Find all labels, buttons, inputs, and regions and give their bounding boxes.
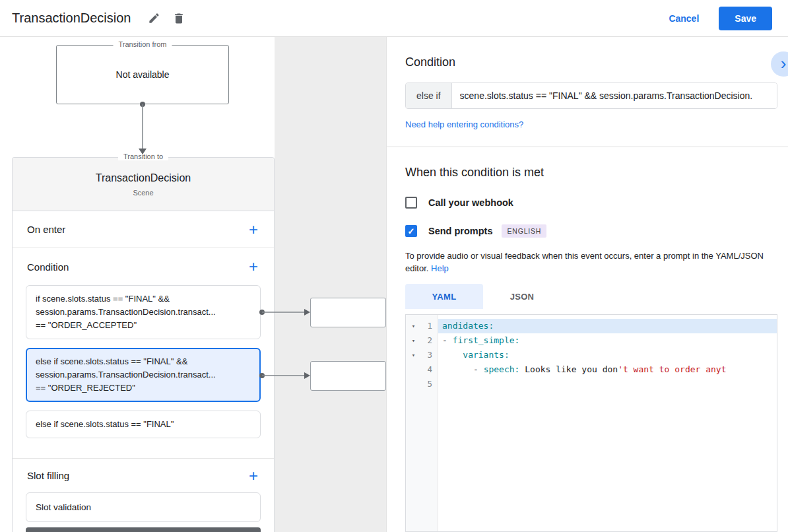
edit-title-button[interactable]: [141, 6, 166, 31]
chevron-right-icon: ›: [781, 55, 787, 72]
condition-text: if scene.slots.status == "FINAL" &&: [36, 292, 251, 306]
line-number: 5: [421, 377, 438, 391]
condition-card[interactable]: if scene.slots.status == "FINAL" &&sessi…: [26, 285, 261, 339]
slot-filling-label: Slot filling: [27, 470, 69, 481]
condition-type-chip: else if: [406, 83, 452, 108]
condition-list: if scene.slots.status == "FINAL" &&sessi…: [13, 285, 274, 458]
webhook-row: Call your webhook: [405, 197, 777, 209]
language-badge: ENGLISH: [502, 224, 546, 238]
add-on-enter-button[interactable]: +: [245, 222, 262, 238]
condition-expression-input[interactable]: [452, 83, 777, 108]
condition-text: == "ORDER_ACCEPTED": [36, 319, 251, 332]
section-divider: [387, 147, 788, 147]
fold-gutter: [406, 362, 421, 377]
on-enter-section: On enter +: [13, 211, 274, 248]
fold-arrow-icon[interactable]: ▾: [406, 319, 421, 333]
transition-target-node[interactable]: [310, 361, 386, 391]
tab-yaml[interactable]: YAML: [405, 284, 483, 309]
code-line: [438, 377, 777, 391]
line-number: 4: [421, 362, 438, 377]
condition-card[interactable]: else if scene.slots.status == "FINAL": [26, 411, 261, 438]
editor-line[interactable]: 4 - speech: Looks like you don't want to…: [406, 362, 777, 377]
scene-diagram-canvas: Transition from Not available Transition…: [0, 37, 386, 532]
editor-line[interactable]: 5: [406, 377, 777, 391]
condition-section: Condition +: [13, 248, 274, 285]
fold-arrow-icon[interactable]: ▾: [406, 348, 421, 362]
yaml-editor[interactable]: ▾1andidates:▾2- first_simple:▾3 variants…: [405, 314, 777, 532]
slot-filling-section: Slot filling +: [13, 458, 274, 492]
trash-icon: [172, 12, 185, 25]
condition-text: session.params.TransactionDecision.trans…: [36, 306, 251, 319]
save-button[interactable]: Save: [719, 7, 772, 30]
pencil-icon: [148, 12, 160, 24]
condition-text: else if scene.slots.status == "FINAL" &&: [36, 355, 251, 368]
transition-from-node: Transition from Not available: [56, 45, 229, 104]
slot-validation-card[interactable]: Slot validation: [26, 492, 261, 522]
slot-list: Slot validation: [13, 492, 274, 527]
cancel-button[interactable]: Cancel: [669, 13, 699, 24]
on-enter-label: On enter: [27, 224, 65, 235]
panel-title: Condition: [405, 55, 777, 69]
line-number: 2: [421, 333, 438, 348]
condition-editor-row: else if: [405, 83, 777, 109]
condition-text: else if scene.slots.status == "FINAL": [36, 418, 251, 431]
condition-text: == "ORDER_REJECTED": [36, 382, 251, 395]
scene-card: Transition to TransactionDecision Scene …: [12, 157, 275, 532]
editor-line[interactable]: ▾3 variants:: [406, 348, 777, 362]
scene-header[interactable]: TransactionDecision Scene: [13, 158, 274, 211]
check-icon: ✓: [408, 226, 415, 236]
condition-text: session.params.TransactionDecision.trans…: [36, 368, 251, 382]
scene-title: TransactionDecision: [96, 172, 191, 184]
condition-section-label: Condition: [27, 261, 69, 273]
transition-from-value: Not available: [116, 69, 170, 80]
collapse-panel-button[interactable]: ›: [771, 51, 788, 77]
line-number: 3: [421, 348, 438, 362]
top-bar: TransactionDecision Cancel Save: [0, 0, 788, 37]
add-slot-button[interactable]: +: [245, 468, 262, 484]
when-condition-title: When this condition is met: [405, 166, 777, 180]
condition-detail-panel: › Condition else if Need help entering c…: [386, 37, 788, 532]
editor-tabs: YAML JSON: [405, 284, 777, 309]
prompt-description: To provide audio or visual feedback when…: [405, 249, 775, 275]
editor-line[interactable]: ▾1andidates:: [406, 319, 777, 333]
call-webhook-checkbox[interactable]: [405, 197, 417, 209]
editor-line[interactable]: ▾2- first_simple:: [406, 333, 777, 348]
send-prompts-label: Send prompts: [428, 226, 492, 236]
send-prompts-row: ✓ Send prompts ENGLISH: [405, 224, 777, 238]
delete-scene-button[interactable]: [166, 6, 191, 31]
condition-help-link[interactable]: Need help entering conditions?: [405, 119, 777, 129]
code-line: - speech: Looks like you don't want to o…: [438, 362, 777, 377]
transition-target-node[interactable]: [310, 298, 386, 327]
code-line: - first_simple:: [438, 333, 777, 348]
add-condition-button[interactable]: +: [245, 259, 262, 275]
canvas-background: [275, 37, 386, 532]
line-number: 1: [421, 319, 438, 333]
scene-subtitle: Scene: [133, 189, 153, 197]
fold-gutter: [406, 377, 421, 391]
webhook-label: Call your webhook: [428, 197, 513, 208]
prompt-description-text: To provide audio or visual feedback when…: [405, 251, 764, 273]
next-card-edge: [26, 527, 261, 532]
code-line: variants:: [438, 348, 777, 362]
page-title: TransactionDecision: [12, 11, 131, 26]
transition-from-label: Transition from: [114, 40, 172, 48]
fold-arrow-icon[interactable]: ▾: [406, 333, 421, 348]
transition-to-label: Transition to: [118, 152, 168, 160]
help-link[interactable]: Help: [431, 263, 449, 273]
code-line: andidates:: [438, 319, 777, 333]
tab-json[interactable]: JSON: [483, 284, 561, 309]
editor-lines: ▾1andidates:▾2- first_simple:▾3 variants…: [406, 315, 777, 391]
send-prompts-checkbox[interactable]: ✓: [405, 225, 417, 237]
condition-card[interactable]: else if scene.slots.status == "FINAL" &&…: [26, 348, 261, 402]
